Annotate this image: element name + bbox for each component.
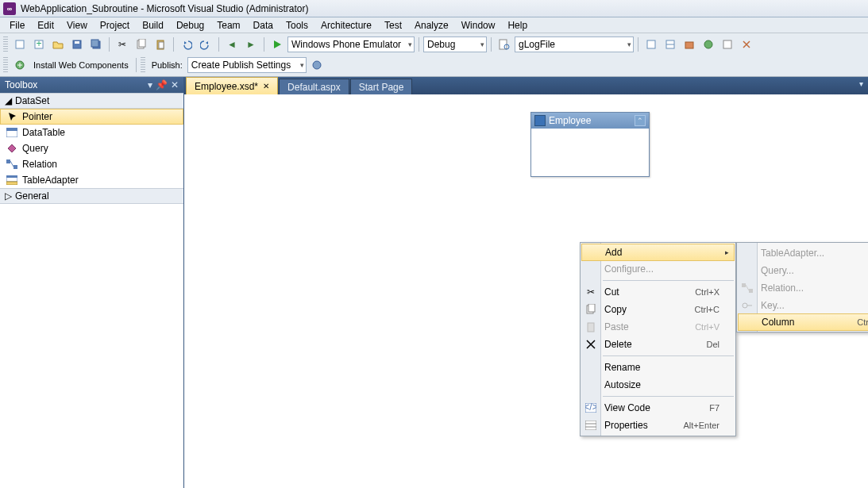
menu-help[interactable]: Help <box>501 18 534 33</box>
config-combo[interactable]: Debug <box>423 37 487 52</box>
ctx-label: Properties <box>604 420 648 431</box>
menu-build[interactable]: Build <box>136 18 170 33</box>
install-web-icon[interactable] <box>11 56 29 74</box>
toolbox-item-query[interactable]: Query <box>0 140 183 156</box>
menu-data[interactable]: Data <box>247 18 280 33</box>
menu-window[interactable]: Window <box>455 18 502 33</box>
start-debug-button[interactable] <box>268 36 286 53</box>
save-all-button[interactable] <box>87 36 105 53</box>
expand-icon: ◢ <box>5 95 12 106</box>
ctx-shortcut: F7 <box>709 403 719 413</box>
open-button[interactable] <box>49 36 67 53</box>
ctx-autosize[interactable]: Autosize <box>581 376 735 394</box>
datatable-card-employee[interactable]: Employee ⌃ <box>530 112 650 177</box>
designer-canvas[interactable]: Employee ⌃ Add▸ Configure... ✂CutCtrl+X … <box>184 94 868 488</box>
ctx-properties[interactable]: PropertiesAlt+Enter <box>581 417 735 434</box>
publish-button[interactable] <box>308 56 326 74</box>
toolbox-item-datatable[interactable]: DataTable <box>0 125 183 140</box>
save-button[interactable] <box>68 36 86 53</box>
tab-default-aspx[interactable]: Default.aspx <box>279 79 349 94</box>
menu-debug[interactable]: Debug <box>170 18 210 33</box>
svg-line-39 <box>746 285 749 290</box>
ctx-add-column[interactable]: ColumnCtrl+L <box>738 313 868 331</box>
svg-rect-38 <box>749 289 753 293</box>
ctx-add-query: Query... <box>737 262 868 279</box>
tableadapter-icon <box>6 175 17 186</box>
find-in-files-button[interactable] <box>496 36 513 53</box>
category-label: General <box>15 190 49 202</box>
ctx-add[interactable]: Add▸ <box>581 244 735 261</box>
copy-button[interactable] <box>133 36 150 53</box>
toolbox-item-relation[interactable]: Relation <box>0 156 183 172</box>
toolbar-grip-icon[interactable] <box>141 57 145 73</box>
install-web-label[interactable]: Install Web Components <box>33 60 129 70</box>
menu-test[interactable]: Test <box>378 18 408 33</box>
config-label: Debug <box>427 39 455 50</box>
pin-icon[interactable]: 📌 <box>156 79 168 90</box>
tabs-dropdown-icon[interactable]: ▾ <box>859 79 863 88</box>
cut-button[interactable]: ✂ <box>114 36 131 53</box>
close-icon[interactable]: ✕ <box>171 79 179 90</box>
find-text: gLogFile <box>519 39 555 50</box>
solution-explorer-button[interactable] <box>642 36 660 53</box>
toolbox-category-general[interactable]: ▷General <box>0 188 183 204</box>
emulator-combo[interactable]: Windows Phone Emulator <box>287 37 415 52</box>
toolbox-button[interactable] <box>681 36 698 53</box>
separator-icon <box>264 37 264 52</box>
toolbar-grip-icon[interactable] <box>3 57 8 73</box>
dropdown-icon[interactable]: ▾ <box>148 79 152 90</box>
item-label: Relation <box>22 159 57 170</box>
close-icon[interactable]: ✕ <box>263 82 269 90</box>
undo-button[interactable] <box>178 36 195 53</box>
collapse-icon[interactable]: ⌃ <box>635 115 646 126</box>
redo-button[interactable] <box>197 36 214 53</box>
menu-architecture[interactable]: Architecture <box>314 18 378 33</box>
ctx-rename[interactable]: Rename <box>581 359 735 376</box>
ctx-copy[interactable]: CopyCtrl+C <box>581 301 735 318</box>
add-item-button[interactable]: + <box>30 36 48 53</box>
ctx-view-code[interactable]: </>View CodeF7 <box>581 399 735 417</box>
toolbox-category-dataset[interactable]: ◢DataSet <box>0 93 183 109</box>
menu-team[interactable]: Team <box>210 18 246 33</box>
ctx-shortcut: Ctrl+C <box>695 305 719 314</box>
ctx-delete[interactable]: DeleteDel <box>581 336 735 353</box>
toolbox-item-pointer[interactable]: Pointer <box>0 109 183 125</box>
extension-button[interactable] <box>738 36 755 53</box>
svg-rect-8 <box>139 39 145 47</box>
nav-back-button[interactable]: ◄ <box>223 36 241 53</box>
toolbar-grip-icon[interactable] <box>3 37 8 52</box>
properties-button[interactable] <box>662 36 679 53</box>
separator-icon <box>603 396 734 397</box>
ctx-label: Add <box>605 247 622 258</box>
toolbar-row-2: Install Web Components Publish: Create P… <box>3 56 865 75</box>
menu-tools[interactable]: Tools <box>280 18 314 33</box>
menu-view[interactable]: View <box>60 18 94 33</box>
menu-analyze[interactable]: Analyze <box>408 18 455 33</box>
publish-combo[interactable]: Create Publish Settings <box>187 57 307 73</box>
toolbox-title-bar[interactable]: Toolbox ▾ 📌 ✕ <box>0 77 183 93</box>
new-project-button[interactable] <box>11 36 29 53</box>
ctx-configure: Configure... <box>581 260 735 278</box>
context-menu-add-submenu: TableAdapter... Query... Relation... Key… <box>736 242 868 332</box>
svg-rect-30 <box>588 304 595 312</box>
paste-button[interactable] <box>152 36 169 53</box>
svg-point-17 <box>704 40 712 48</box>
tab-label: Employee.xsd* <box>195 81 258 92</box>
ctx-cut[interactable]: ✂CutCtrl+X <box>581 283 735 301</box>
start-page-button[interactable] <box>719 36 736 53</box>
tab-employee-xsd[interactable]: Employee.xsd*✕ <box>186 77 278 94</box>
document-tabs: Employee.xsd*✕ Default.aspx Start Page ▾ <box>184 77 868 94</box>
datatable-body[interactable] <box>531 129 649 176</box>
tab-start-page[interactable]: Start Page <box>350 79 413 94</box>
nav-fwd-button[interactable]: ► <box>242 36 260 53</box>
menu-file[interactable]: File <box>3 18 31 33</box>
menu-project[interactable]: Project <box>94 18 136 33</box>
expand-icon: ▷ <box>5 190 12 202</box>
find-combo[interactable]: gLogFile <box>515 37 634 52</box>
pointer-icon <box>7 111 18 122</box>
datatable-header[interactable]: Employee ⌃ <box>531 113 649 129</box>
menu-edit[interactable]: Edit <box>31 18 60 33</box>
toolbox-item-tableadapter[interactable]: TableAdapter <box>0 172 183 188</box>
toolbar-area: + ✂ ◄ ► Windows Phone Emulator Debug gLo… <box>0 33 868 77</box>
team-explorer-button[interactable] <box>700 36 717 53</box>
